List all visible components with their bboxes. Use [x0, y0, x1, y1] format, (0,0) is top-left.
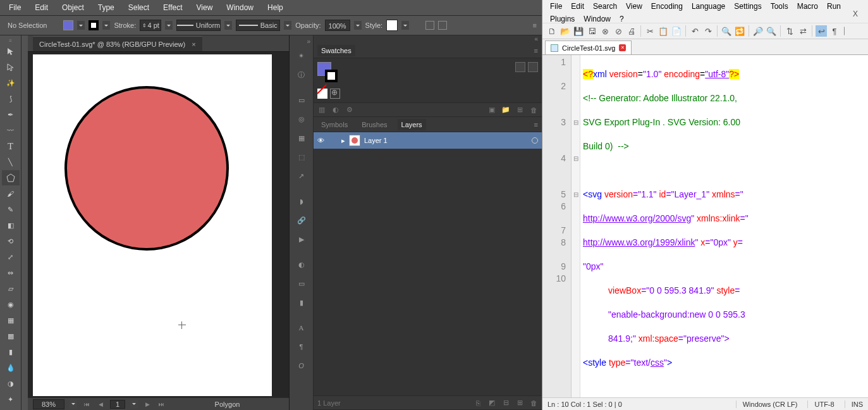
brushes-tab[interactable]: Brushes [358, 119, 391, 130]
align-icon[interactable] [438, 21, 447, 30]
menu-plugins[interactable]: Plugins [546, 14, 578, 24]
stroke-profile[interactable]: Uniform [176, 20, 221, 31]
close-tab-icon[interactable]: × [619, 44, 626, 51]
toolbox-handle[interactable] [0, 38, 21, 43]
copy-icon[interactable]: 📋 [657, 25, 669, 37]
paintbrush-tool[interactable]: 🖌 [2, 186, 20, 201]
align-panel-icon[interactable]: ▭ [292, 91, 311, 109]
layer-name[interactable]: Layer 1 [364, 137, 388, 144]
prev-artboard-icon[interactable]: ◀ [96, 400, 105, 409]
menu-macro[interactable]: Macro [793, 1, 822, 11]
menu-help[interactable]: ? [616, 14, 628, 24]
artboard-dropdown[interactable] [130, 400, 138, 409]
width-tool[interactable]: ⇔ [2, 265, 20, 280]
panel-menu-icon[interactable]: ≡ [534, 47, 538, 54]
open-file-icon[interactable]: 📂 [559, 25, 571, 37]
menu-object[interactable]: Object [56, 2, 90, 13]
appearance-icon[interactable]: ◗ [292, 192, 311, 210]
menu-encoding[interactable]: Encoding [647, 1, 687, 11]
save-icon[interactable]: 💾 [573, 25, 584, 37]
expand-panels-icon[interactable] [290, 38, 313, 46]
fold-column[interactable]: ⊟⊟⊟ [572, 55, 580, 397]
undo-icon[interactable]: ↶ [689, 25, 700, 37]
pencil-tool[interactable]: ✎ [2, 202, 20, 217]
locate-object-icon[interactable]: ⎘ [474, 399, 482, 407]
symbols-tab[interactable]: Symbols [317, 119, 351, 130]
sync-h-icon[interactable]: ⇄ [797, 25, 809, 37]
mesh-tool[interactable]: ▩ [2, 328, 20, 344]
indent-guide-icon[interactable]: ⎸ [842, 25, 853, 37]
visibility-icon[interactable]: 👁 [317, 137, 326, 144]
swatch-libraries-icon[interactable]: ▥ [317, 106, 326, 115]
zoom-out-icon[interactable]: 🔍 [766, 25, 777, 37]
last-artboard-icon[interactable]: ⏭ [157, 400, 166, 409]
align-icon[interactable] [425, 21, 434, 30]
next-artboard-icon[interactable]: ▶ [143, 400, 152, 409]
menu-search[interactable]: Search [589, 1, 621, 11]
stroke-weight-input[interactable]: ⇕4 pt [140, 20, 161, 31]
perspective-tool[interactable]: ▦ [2, 313, 20, 328]
panel-collapse-icon[interactable]: « [314, 35, 542, 43]
close-all-icon[interactable]: ⊘ [613, 25, 624, 37]
menu-window[interactable]: Window [580, 14, 614, 24]
wordwrap-icon[interactable]: ↩ [816, 25, 827, 37]
new-file-icon[interactable]: 🗋 [546, 25, 558, 37]
print-icon[interactable]: 🖨 [626, 25, 637, 37]
line-tool[interactable]: ╲ [2, 154, 20, 170]
file-tab[interactable]: CircleTest-01.svg × [545, 40, 632, 54]
selection-tool[interactable] [2, 44, 20, 59]
code-editor[interactable]: 1 2 3 4 56 78 910 ⊟⊟⊟ <?xml version="1.0… [542, 54, 868, 397]
menu-effect[interactable]: Effect [157, 2, 188, 13]
list-view-icon[interactable] [515, 62, 525, 72]
character-icon[interactable]: A [292, 319, 311, 337]
close-tab-icon[interactable]: × [192, 40, 195, 48]
pathfinder-icon[interactable]: ◎ [292, 110, 311, 128]
new-color-group-icon[interactable]: ▣ [487, 106, 496, 115]
none-swatch[interactable] [317, 89, 327, 99]
properties-icon[interactable]: ✴ [292, 47, 311, 65]
circle-shape[interactable] [64, 86, 229, 251]
canvas[interactable] [28, 52, 289, 397]
close-icon[interactable]: ⊗ [599, 25, 611, 37]
eraser-tool[interactable]: ◧ [2, 218, 20, 233]
style-dropdown[interactable] [401, 21, 409, 30]
scale-tool[interactable]: ⤢ [2, 249, 20, 264]
links-icon[interactable]: 🔗 [292, 211, 311, 229]
layer-row[interactable]: 👁 ▸ Layer 1 [314, 132, 542, 149]
panel-menu-icon[interactable]: ≡ [534, 121, 538, 128]
window-close-icon[interactable]: X [849, 9, 862, 19]
new-layer-icon[interactable]: ⊞ [515, 399, 524, 407]
lasso-tool[interactable]: ⟆ [2, 91, 20, 106]
rotate-tool[interactable]: ⟲ [2, 233, 20, 249]
save-all-icon[interactable]: 🖫 [586, 25, 597, 37]
document-tab[interactable]: CircleTest-01.svg* @ 83% (RGB/GPU Previe… [33, 36, 202, 51]
gradient-panel-icon[interactable]: ▮ [292, 294, 311, 311]
eyedropper-tool[interactable]: 💧 [2, 360, 20, 375]
zoom-input[interactable]: 83% [33, 399, 64, 409]
shape-builder-tool[interactable]: ◉ [2, 297, 20, 312]
menu-window[interactable]: Window [220, 2, 260, 13]
zoom-in-icon[interactable]: 🔎 [752, 25, 764, 37]
fill-swatch[interactable] [63, 20, 73, 30]
info-icon[interactable]: ⓘ [292, 66, 311, 84]
panel-menu-icon[interactable]: ≡ [533, 22, 537, 29]
direct-selection-tool[interactable] [2, 59, 20, 75]
swatch-options-icon[interactable]: ⚙ [345, 106, 354, 115]
shape-tool[interactable] [2, 170, 20, 185]
menu-edit[interactable]: Edit [567, 1, 588, 11]
delete-layer-icon[interactable]: 🗑 [529, 399, 538, 407]
stroke-swatch[interactable] [89, 20, 99, 30]
curvature-tool[interactable]: 〰 [2, 123, 20, 138]
menu-type[interactable]: Type [92, 2, 121, 13]
menu-language[interactable]: Language [688, 1, 729, 11]
pen-tool[interactable]: ✒ [2, 107, 20, 122]
grid-view-icon[interactable] [528, 62, 538, 72]
cut-icon[interactable]: ✂ [644, 25, 656, 37]
artboard-number[interactable]: 1 [110, 400, 125, 409]
zoom-dropdown[interactable] [70, 400, 77, 409]
find-icon[interactable]: 🔍 [721, 25, 732, 37]
all-chars-icon[interactable]: ¶ [829, 25, 840, 37]
brush-dropdown[interactable] [284, 21, 291, 30]
free-transform-tool[interactable]: ▱ [2, 281, 20, 296]
type-tool[interactable]: T [2, 139, 20, 154]
